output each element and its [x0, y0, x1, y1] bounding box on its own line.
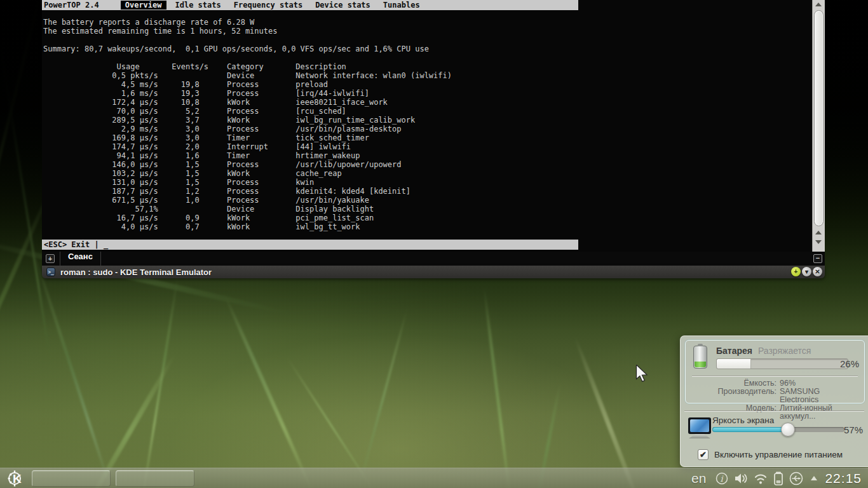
powertop-tab-tunables[interactable]: Tunables	[377, 1, 426, 10]
terminal-app-icon: >_	[46, 268, 55, 276]
terminal-output-area[interactable]: PowerTOP 2.4 OverviewIdle statsFrequency…	[42, 0, 825, 252]
terminal-scrollbar[interactable]	[812, 0, 825, 252]
popup-section-divider	[684, 410, 864, 412]
volume-icon[interactable]	[733, 471, 749, 485]
svg-text:K: K	[13, 472, 22, 485]
monitor-icon	[688, 417, 711, 434]
scrollbar-up-arrow-icon[interactable]	[815, 3, 822, 6]
brightness-label: Яркость экрана	[712, 416, 774, 425]
clock[interactable]: 22:15	[825, 471, 862, 486]
brightness-slider[interactable]	[712, 427, 844, 432]
retract-circle-button[interactable]: ▾	[802, 267, 811, 276]
new-session-circle-button[interactable]: +	[791, 267, 801, 276]
brightness-slider-handle[interactable]	[781, 423, 795, 437]
powertop-tab-device-stats[interactable]: Device stats	[309, 1, 377, 10]
powertop-tab-frequency-stats[interactable]: Frequency stats	[227, 1, 309, 10]
battery-status: Разряжается	[758, 346, 811, 356]
powertop-tab-overview[interactable]: Overview	[121, 1, 166, 10]
battery-section-divider	[692, 376, 858, 377]
scrollbar-down-arrow-icon[interactable]	[815, 240, 822, 244]
usb-device-icon[interactable]	[789, 471, 804, 486]
battery-detail-row: Производитель:SAMSUNG Electronics	[689, 388, 858, 404]
battery-charge-percent: 26%	[840, 358, 859, 369]
system-tray: i	[715, 471, 820, 486]
info-icon[interactable]: i	[715, 471, 729, 485]
battery-icon[interactable]	[773, 471, 784, 486]
yakuake-tab-bar: + Сеанс −	[42, 252, 825, 266]
kde-application-launcher-button[interactable]: K	[5, 469, 27, 488]
scrollbar-thumb[interactable]	[814, 10, 824, 226]
battery-info-section[interactable]: Батарея Разряжается 26% Ёмкость:96%Произ…	[685, 340, 865, 403]
svg-text:i: i	[721, 474, 724, 484]
battery-charge-level	[695, 362, 706, 367]
power-management-label: Включить управление питанием	[714, 450, 843, 459]
yakuake-title-bar: >_ roman : sudo - KDE Terminal Emulator …	[42, 266, 825, 278]
window-title: roman : sudo - KDE Terminal Emulator	[60, 268, 212, 277]
monitor-icon-stand	[689, 434, 710, 438]
brightness-percent: 57%	[844, 424, 863, 435]
taskbar-window-button[interactable]	[116, 470, 194, 487]
expand-tray-icon[interactable]	[811, 476, 817, 480]
taskbar-panel: K en i 22:15	[0, 468, 868, 488]
taskbar-window-button[interactable]	[32, 470, 111, 487]
scrollbar-up-arrow-icon[interactable]	[815, 231, 822, 234]
powertop-tab-bar: PowerTOP 2.4 OverviewIdle statsFrequency…	[42, 0, 578, 10]
mouse-cursor	[635, 365, 651, 384]
session-tab[interactable]: Сеанс	[60, 252, 101, 266]
powertop-report-text: The battery reports a discharge rate of …	[43, 18, 452, 231]
battery-title: Батарея	[716, 346, 752, 356]
battery-icon	[693, 346, 707, 369]
powertop-tab-idle-stats[interactable]: Idle stats	[169, 1, 227, 10]
wifi-icon[interactable]	[753, 471, 768, 485]
keyboard-layout-indicator[interactable]: en	[691, 471, 706, 486]
powertop-status-bar: <ESC> Exit | _	[42, 240, 578, 250]
yakuake-terminal-window: PowerTOP 2.4 OverviewIdle statsFrequency…	[42, 0, 825, 278]
battery-charge-progressbar	[716, 358, 848, 369]
retract-window-button[interactable]: −	[813, 254, 822, 263]
battery-details-list: Ёмкость:96%Производитель:SAMSUNG Electro…	[689, 379, 858, 421]
powertop-app-title: PowerTOP 2.4	[42, 1, 118, 10]
power-management-checkbox[interactable]: ✔	[698, 449, 709, 460]
kde-logo-icon: K	[6, 469, 25, 488]
close-circle-button[interactable]: ✕	[813, 267, 822, 276]
new-session-button[interactable]: +	[46, 254, 55, 263]
battery-widget-popup: Батарея Разряжается 26% Ёмкость:96%Произ…	[680, 336, 868, 467]
